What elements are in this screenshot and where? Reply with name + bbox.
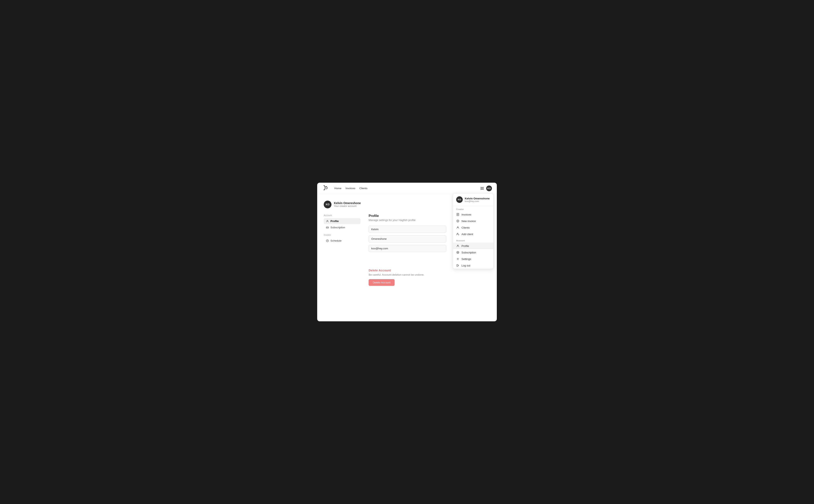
svg-point-14	[457, 259, 458, 259]
invoice-icon	[456, 213, 459, 216]
menu-icon[interactable]	[480, 187, 484, 190]
sidebar-profile-label: Profile	[331, 220, 339, 223]
sidebar-schedule-icon	[326, 239, 329, 242]
dropdown-settings-label: Settings	[461, 258, 471, 261]
svg-point-13	[457, 252, 458, 253]
email-input[interactable]	[369, 245, 446, 252]
last-name-input[interactable]	[369, 235, 446, 242]
settings-icon	[456, 257, 459, 261]
dropdown-item-profile[interactable]: Profile	[453, 243, 493, 249]
svg-point-12	[457, 251, 459, 254]
sidebar-subscription-icon	[326, 226, 329, 229]
dropdown-invoices-label: Invoices	[461, 213, 471, 216]
plus-circle-icon	[456, 219, 459, 223]
logout-icon	[456, 264, 459, 267]
dropdown-user-text: Kelvin Omereshone koo@hey.com	[465, 197, 490, 202]
header-right: KO	[480, 186, 492, 191]
user-header-avatar: KO	[324, 201, 332, 208]
sidebar-section-account-label: Account	[324, 214, 361, 217]
first-name-input[interactable]	[369, 226, 446, 233]
sidebar-profile-icon	[326, 220, 329, 223]
logo[interactable]	[322, 185, 329, 192]
dropdown-clients-label: Clients	[461, 226, 470, 229]
header: Home Invoices Clients KO KO Kelvin Omere…	[317, 183, 497, 194]
nav-clients[interactable]: Clients	[359, 187, 367, 190]
dropdown-logout-label: Log out	[461, 264, 470, 267]
user-avatar-button[interactable]: KO	[486, 186, 492, 191]
clients-icon	[456, 226, 459, 229]
sidebar: Account Profile	[324, 214, 361, 286]
delete-section: Delete Account Be careful. Account delet…	[369, 269, 490, 286]
dropdown-user-email: koo@hey.com	[465, 200, 490, 202]
dropdown-avatar: KO	[456, 196, 463, 203]
sidebar-item-subscription[interactable]: Subscription	[324, 224, 361, 230]
nav-invoices[interactable]: Invoices	[346, 187, 355, 190]
dropdown-user-name: Kelvin Omereshone	[465, 197, 490, 200]
dropdown-item-add-client[interactable]: Add client	[453, 231, 493, 237]
dropdown-item-logout[interactable]: Log out	[453, 262, 493, 269]
sidebar-subscription-label: Subscription	[331, 226, 345, 229]
dropdown-user-info: KO Kelvin Omereshone koo@hey.com	[453, 193, 493, 206]
delete-account-button[interactable]: Delete Account	[369, 279, 395, 286]
dropdown-subscription-label: Subscription	[461, 251, 476, 254]
sidebar-schedule-label: Schedule	[331, 239, 342, 242]
user-header-text: Kelvin Omereshone Your creator account	[334, 201, 361, 208]
header-left: Home Invoices Clients	[322, 185, 367, 192]
sidebar-item-profile[interactable]: Profile	[324, 218, 361, 224]
user-dropdown-menu: KO Kelvin Omereshone koo@hey.com Creator	[453, 193, 493, 269]
sidebar-section-invoice-label: Invoice	[324, 234, 361, 236]
sidebar-item-schedule[interactable]: Schedule	[324, 238, 361, 244]
dropdown-section-account: Account	[453, 237, 493, 243]
dropdown-add-client-label: Add client	[461, 233, 473, 236]
nav-home[interactable]: Home	[334, 187, 342, 190]
delete-description: Be careful. Account deletion cannot be u…	[369, 273, 490, 276]
dropdown-item-new-invoice[interactable]: New invoice	[453, 218, 493, 224]
user-header-name: Kelvin Omereshone	[334, 201, 361, 205]
app-window: Home Invoices Clients KO KO Kelvin Omere…	[317, 183, 497, 321]
user-header-subtitle: Your creator account	[334, 205, 361, 208]
dropdown-section-creator: Creator	[453, 206, 493, 211]
subscription-icon	[456, 251, 459, 254]
dropdown-item-settings[interactable]: Settings	[453, 256, 493, 262]
dropdown-item-clients[interactable]: Clients	[453, 224, 493, 231]
nav-links: Home Invoices Clients	[334, 187, 367, 190]
dropdown-new-invoice-label: New invoice	[461, 220, 476, 223]
delete-title: Delete Account	[369, 269, 490, 272]
dropdown-profile-label: Profile	[461, 244, 469, 248]
person-plus-icon	[456, 232, 459, 236]
dropdown-item-invoices[interactable]: Invoices	[453, 211, 493, 218]
profile-icon	[456, 244, 459, 248]
dropdown-item-subscription[interactable]: Subscription	[453, 249, 493, 256]
